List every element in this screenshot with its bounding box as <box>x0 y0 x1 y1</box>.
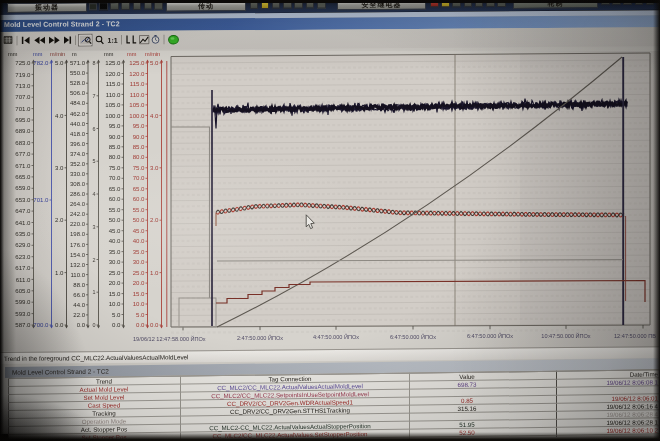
svg-text:352.0: 352.0 <box>70 161 86 167</box>
svg-text:587.0: 587.0 <box>15 321 31 328</box>
svg-text:25.0: 25.0 <box>109 269 121 276</box>
svg-text:90.0: 90.0 <box>109 133 121 140</box>
svg-text:440.0: 440.0 <box>70 121 86 127</box>
svg-text:418.0: 418.0 <box>70 131 86 137</box>
svg-text:45.0: 45.0 <box>109 227 121 234</box>
svg-text:605.0: 605.0 <box>15 287 31 294</box>
svg-text:2.0: 2.0 <box>150 216 159 223</box>
svg-text:50.0: 50.0 <box>133 216 145 223</box>
svg-text:665.0: 665.0 <box>15 173 31 180</box>
svg-text:0.0: 0.0 <box>77 322 86 328</box>
svg-text:6:47:50.000 ЙПОх: 6:47:50.000 ЙПОх <box>467 332 513 339</box>
svg-text:3: 3 <box>93 224 96 230</box>
svg-text:88.0: 88.0 <box>73 282 85 288</box>
svg-text:5.0: 5.0 <box>55 59 64 66</box>
svg-text:15.0: 15.0 <box>109 290 121 297</box>
svg-text:10:47:50.000 ЙПОх: 10:47:50.000 ЙПОх <box>541 332 591 339</box>
svg-text:701.0: 701.0 <box>33 196 49 203</box>
svg-text:550.0: 550.0 <box>70 70 86 76</box>
svg-text:506.0: 506.0 <box>70 90 86 96</box>
svg-text:198.0: 198.0 <box>70 231 86 237</box>
svg-text:330.0: 330.0 <box>70 171 86 177</box>
svg-text:0: 0 <box>93 322 96 328</box>
svg-text:2: 2 <box>93 257 96 263</box>
svg-text:3.0: 3.0 <box>150 164 159 171</box>
svg-text:4: 4 <box>93 191 96 197</box>
svg-text:65.0: 65.0 <box>109 185 121 192</box>
svg-text:95.0: 95.0 <box>133 122 145 129</box>
svg-text:25.0: 25.0 <box>133 269 145 276</box>
svg-text:647.0: 647.0 <box>15 207 31 214</box>
svg-text:15.0: 15.0 <box>133 290 145 297</box>
svg-text:115.0: 115.0 <box>106 80 121 87</box>
svg-text:40.0: 40.0 <box>133 237 145 244</box>
svg-text:10.0: 10.0 <box>133 300 145 307</box>
svg-text:55.0: 55.0 <box>109 206 121 213</box>
svg-text:176.0: 176.0 <box>70 242 86 248</box>
svg-text:725.0: 725.0 <box>15 59 31 66</box>
svg-text:484.0: 484.0 <box>70 100 86 106</box>
svg-text:45.0: 45.0 <box>133 227 145 234</box>
svg-text:85.0: 85.0 <box>133 143 145 150</box>
svg-text:35.0: 35.0 <box>109 248 121 255</box>
svg-text:700.0: 700.0 <box>33 321 49 328</box>
svg-text:1.0: 1.0 <box>55 269 64 276</box>
svg-text:85.0: 85.0 <box>109 143 121 150</box>
svg-text:0.0: 0.0 <box>150 321 159 328</box>
svg-text:19/06/12 12:47:58.000 ЙПОх: 19/06/12 12:47:58.000 ЙПОх <box>133 335 206 342</box>
svg-text:m: m <box>72 51 77 57</box>
svg-text:120.0: 120.0 <box>105 70 121 77</box>
svg-text:689.0: 689.0 <box>15 127 31 134</box>
svg-text:571.0: 571.0 <box>70 60 86 66</box>
svg-text:5.0: 5.0 <box>112 311 121 318</box>
svg-text:12:47:50.000 ПВ: 12:47:50.000 ПВ <box>614 333 656 339</box>
svg-text:286.0: 286.0 <box>70 191 86 197</box>
svg-text:617.0: 617.0 <box>15 264 31 271</box>
svg-text:90.0: 90.0 <box>133 133 145 140</box>
svg-text:3.0: 3.0 <box>55 164 64 171</box>
svg-text:2.0: 2.0 <box>55 216 64 223</box>
svg-text:65.0: 65.0 <box>133 185 145 192</box>
svg-text:623.0: 623.0 <box>15 253 31 260</box>
svg-text:713.0: 713.0 <box>15 82 31 89</box>
svg-text:132.0: 132.0 <box>70 262 86 268</box>
svg-text:m/min: m/min <box>145 51 160 57</box>
svg-text:4:47:50.000 ЙПОх: 4:47:50.000 ЙПОх <box>313 333 359 340</box>
svg-text:105.0: 105.0 <box>105 101 121 108</box>
svg-text:30.0: 30.0 <box>109 258 121 265</box>
svg-text:374.0: 374.0 <box>70 151 86 157</box>
svg-text:110.0: 110.0 <box>130 91 145 98</box>
svg-text:115.0: 115.0 <box>130 80 145 87</box>
svg-text:0.0: 0.0 <box>112 321 121 328</box>
svg-text:50.0: 50.0 <box>109 216 121 223</box>
svg-text:m/min: m/min <box>50 51 65 57</box>
svg-text:4.0: 4.0 <box>150 112 159 119</box>
svg-text:22.0: 22.0 <box>73 312 85 318</box>
svg-text:6:47:50.000 ЙПОх: 6:47:50.000 ЙПОх <box>390 333 436 340</box>
svg-text:55.0: 55.0 <box>133 206 145 213</box>
svg-text:75.0: 75.0 <box>109 164 121 171</box>
svg-text:611.0: 611.0 <box>16 276 31 283</box>
svg-text:100.0: 100.0 <box>105 112 121 119</box>
svg-text:100.0: 100.0 <box>129 112 145 119</box>
svg-text:60.0: 60.0 <box>133 195 145 202</box>
svg-text:242.0: 242.0 <box>70 211 86 217</box>
svg-text:1: 1 <box>93 289 96 295</box>
svg-text:4.0: 4.0 <box>55 112 64 119</box>
svg-text:677.0: 677.0 <box>15 150 31 157</box>
svg-text:6: 6 <box>93 126 96 132</box>
svg-text:593.0: 593.0 <box>15 310 31 317</box>
svg-text:308.0: 308.0 <box>70 181 86 187</box>
svg-text:653.0: 653.0 <box>15 196 31 203</box>
svg-text:70.0: 70.0 <box>133 174 145 181</box>
svg-text:462.0: 462.0 <box>70 111 86 117</box>
svg-text:671.0: 671.0 <box>15 162 31 169</box>
svg-text:mm: mm <box>104 51 114 57</box>
svg-text:125.0: 125.0 <box>105 59 121 66</box>
svg-text:95.0: 95.0 <box>109 122 121 129</box>
svg-text:264.0: 264.0 <box>70 201 86 207</box>
svg-text:629.0: 629.0 <box>15 241 31 248</box>
svg-text:396.0: 396.0 <box>70 141 86 147</box>
svg-text:1.0: 1.0 <box>150 269 159 276</box>
svg-text:110.0: 110.0 <box>70 272 85 278</box>
